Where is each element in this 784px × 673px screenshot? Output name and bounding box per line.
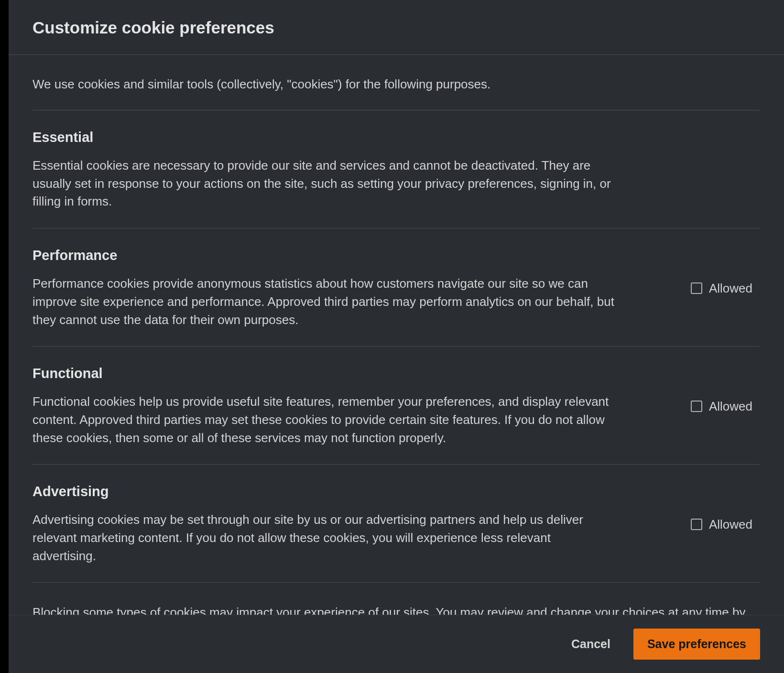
section-essential: Essential Essential cookies are necessar… (33, 110, 760, 228)
intro-text: We use cookies and similar tools (collec… (33, 55, 760, 110)
section-functional: Functional Functional cookies help us pr… (33, 347, 760, 465)
section-content: Essential Essential cookies are necessar… (33, 130, 616, 211)
save-preferences-button[interactable]: Save preferences (633, 629, 760, 660)
section-desc-essential: Essential cookies are necessary to provi… (33, 157, 616, 211)
modal-header: Customize cookie preferences (9, 0, 784, 55)
section-content: Functional Functional cookies help us pr… (33, 366, 616, 447)
checkbox-wrap-functional: Allowed (691, 399, 760, 414)
modal-footer: Cancel Save preferences (9, 615, 784, 673)
section-title-functional: Functional (33, 366, 616, 381)
checkbox-wrap-performance: Allowed (691, 281, 760, 296)
checkbox-functional[interactable] (691, 401, 702, 412)
section-title-performance: Performance (33, 248, 616, 263)
modal-body[interactable]: We use cookies and similar tools (collec… (9, 55, 784, 615)
checkbox-label-functional[interactable]: Allowed (709, 399, 752, 414)
section-advertising: Advertising Advertising cookies may be s… (33, 465, 760, 583)
checkbox-performance[interactable] (691, 282, 702, 294)
section-title-essential: Essential (33, 130, 616, 145)
checkbox-label-performance[interactable]: Allowed (709, 281, 752, 296)
cancel-button[interactable]: Cancel (567, 631, 614, 657)
modal-title: Customize cookie preferences (33, 18, 760, 37)
section-desc-advertising: Advertising cookies may be set through o… (33, 511, 616, 565)
section-title-advertising: Advertising (33, 484, 616, 499)
section-performance: Performance Performance cookies provide … (33, 228, 760, 347)
checkbox-wrap-advertising: Allowed (691, 517, 760, 532)
section-desc-functional: Functional cookies help us provide usefu… (33, 393, 616, 447)
checkbox-label-advertising[interactable]: Allowed (709, 517, 752, 532)
cookie-preferences-modal: Customize cookie preferences We use cook… (9, 0, 784, 673)
section-content: Performance Performance cookies provide … (33, 248, 616, 329)
section-desc-performance: Performance cookies provide anonymous st… (33, 275, 616, 329)
footer-text: Blocking some types of cookies may impac… (33, 583, 760, 615)
checkbox-advertising[interactable] (691, 519, 702, 530)
section-content: Advertising Advertising cookies may be s… (33, 484, 616, 565)
